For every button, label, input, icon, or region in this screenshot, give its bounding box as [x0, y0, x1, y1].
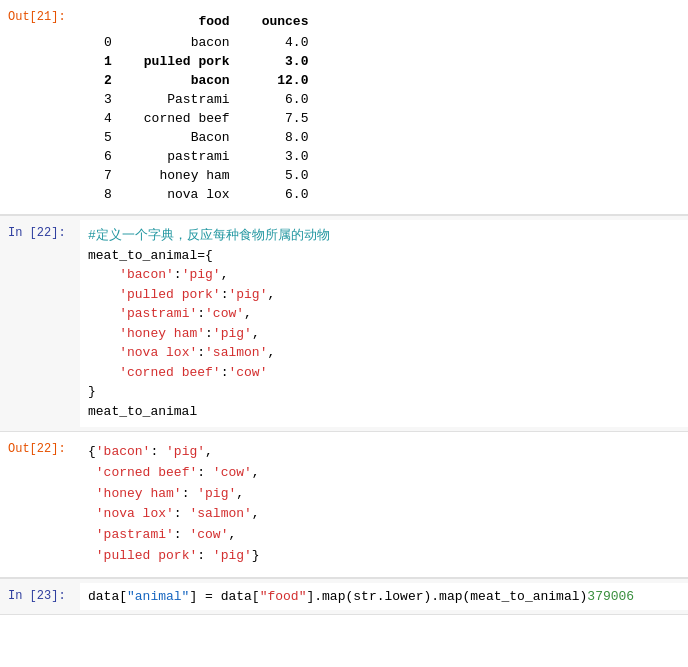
row-food: pulled pork [128, 52, 246, 71]
row-index: 8 [88, 185, 128, 204]
col-header-ounces: ounces [246, 12, 325, 33]
table-row: 1 pulled pork 3.0 [88, 52, 324, 71]
out22-label: Out[22]: [0, 436, 80, 573]
in23-cell: In [23]: data["animal"] = data["food"].m… [0, 578, 688, 615]
out21-label-text: Out[21]: [8, 10, 66, 24]
row-ounces: 3.0 [246, 52, 325, 71]
row-ounces: 12.0 [246, 71, 325, 90]
table-row: 4 corned beef 7.5 [88, 109, 324, 128]
in22-label-text: In [22]: [8, 226, 66, 240]
row-ounces: 7.5 [246, 109, 325, 128]
in22-code: #定义一个字典，反应每种食物所属的动物 meat_to_animal={ 'ba… [88, 226, 680, 421]
table-row: 8 nova lox 6.0 [88, 185, 324, 204]
out21-cell: Out[21]: food ounces 0 bacon 4.0 1 pulle… [0, 0, 688, 215]
in23-label-text: In [23]: [8, 589, 66, 603]
row-food: nova lox [128, 185, 246, 204]
row-index: 7 [88, 166, 128, 185]
row-food: bacon [128, 71, 246, 90]
row-food: honey ham [128, 166, 246, 185]
out22-dict: {'bacon': 'pig', 'corned beef': 'cow', '… [88, 442, 680, 567]
row-food: pastrami [128, 147, 246, 166]
row-index: 5 [88, 128, 128, 147]
row-ounces: 6.0 [246, 90, 325, 109]
row-index: 1 [88, 52, 128, 71]
row-ounces: 6.0 [246, 185, 325, 204]
in23-content[interactable]: data["animal"] = data["food"].map(str.lo… [80, 583, 688, 610]
table-row: 6 pastrami 3.0 [88, 147, 324, 166]
table-row: 0 bacon 4.0 [88, 33, 324, 52]
row-index: 3 [88, 90, 128, 109]
in23-code: data["animal"] = data["food"].map(str.lo… [88, 589, 680, 604]
col-header-food: food [128, 12, 246, 33]
in22-label: In [22]: [0, 220, 80, 427]
out22-label-text: Out[22]: [8, 442, 66, 456]
row-ounces: 5.0 [246, 166, 325, 185]
dataframe-table: food ounces 0 bacon 4.0 1 pulled pork 3.… [88, 12, 324, 204]
row-ounces: 8.0 [246, 128, 325, 147]
row-food: corned beef [128, 109, 246, 128]
table-row: 2 bacon 12.0 [88, 71, 324, 90]
table-row: 7 honey ham 5.0 [88, 166, 324, 185]
in22-cell: In [22]: #定义一个字典，反应每种食物所属的动物 meat_to_ani… [0, 215, 688, 432]
row-food: Bacon [128, 128, 246, 147]
out22-cell: Out[22]: {'bacon': 'pig', 'corned beef':… [0, 432, 688, 578]
row-food: Pastrami [128, 90, 246, 109]
row-ounces: 3.0 [246, 147, 325, 166]
in22-content[interactable]: #定义一个字典，反应每种食物所属的动物 meat_to_animal={ 'ba… [80, 220, 688, 427]
row-ounces: 4.0 [246, 33, 325, 52]
col-header-index [88, 12, 128, 33]
row-food: bacon [128, 33, 246, 52]
row-index: 2 [88, 71, 128, 90]
row-index: 0 [88, 33, 128, 52]
table-row: 3 Pastrami 6.0 [88, 90, 324, 109]
out22-content: {'bacon': 'pig', 'corned beef': 'cow', '… [80, 436, 688, 573]
row-index: 4 [88, 109, 128, 128]
row-index: 6 [88, 147, 128, 166]
out21-label: Out[21]: [0, 4, 80, 210]
table-row: 5 Bacon 8.0 [88, 128, 324, 147]
out21-content: food ounces 0 bacon 4.0 1 pulled pork 3.… [80, 4, 688, 210]
in23-label: In [23]: [0, 583, 80, 610]
